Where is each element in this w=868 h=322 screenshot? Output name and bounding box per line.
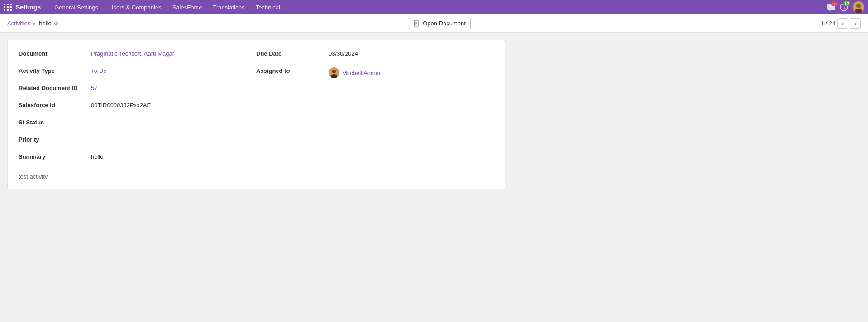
- open-document-button[interactable]: Open Document: [409, 18, 471, 29]
- breadcrumb-bar: Activities ▸ hello ⚙ Open Document 1 / 2…: [0, 14, 868, 33]
- due-date-value: 03/30/2024: [329, 49, 494, 57]
- pagination-display: 1 / 24: [820, 20, 835, 27]
- activity-type-field: Activity Type To-Do: [19, 66, 256, 77]
- notes-section: test activity: [19, 170, 256, 180]
- sf-status-field: Sf Status: [19, 118, 256, 129]
- top-navigation: Settings General Settings Users & Compan…: [0, 0, 868, 14]
- activity-type-label: Activity Type: [19, 66, 91, 74]
- app-title: Settings: [16, 4, 41, 11]
- activity-button[interactable]: 17: [840, 3, 848, 11]
- assigned-to-label: Assigned to: [256, 66, 329, 74]
- open-doc-label: Open Document: [423, 20, 466, 27]
- next-record-button[interactable]: ›: [850, 18, 861, 29]
- salesforce-id-value: 00TIR0000332Pxx2AE: [91, 101, 256, 109]
- breadcrumb-left: Activities ▸ hello ⚙: [7, 20, 59, 27]
- nav-salesforce[interactable]: SalesForce: [168, 2, 207, 13]
- assigned-user: Mitchell Admin: [329, 66, 494, 78]
- right-column: Due Date 03/30/2024 Assigned to: [256, 49, 494, 180]
- summary-label: Summary: [19, 152, 91, 160]
- record-card: Document Pragmatic Techsoft, Aarti Magar…: [7, 40, 505, 189]
- nav-users-companies[interactable]: Users & Companies: [105, 2, 166, 13]
- priority-field: Priority: [19, 135, 256, 146]
- breadcrumb-separator: ▸: [33, 20, 36, 27]
- nav-right: 6 17: [827, 1, 864, 13]
- assigned-user-avatar: [329, 67, 339, 78]
- grid-menu-icon[interactable]: [4, 4, 12, 11]
- salesforce-id-field: Salesforce Id 00TIR0000332Pxx2AE: [19, 101, 256, 112]
- sf-status-value: [91, 118, 256, 119]
- summary-field: Summary hello: [19, 152, 256, 163]
- notes-value: test activity: [19, 173, 48, 180]
- breadcrumb-current: hello ⚙: [39, 20, 58, 27]
- nav-translations[interactable]: Translations: [208, 2, 249, 13]
- priority-value: [91, 135, 256, 136]
- assigned-to-value[interactable]: Mitchell Admin: [342, 70, 380, 76]
- main-content: Document Pragmatic Techsoft, Aarti Magar…: [0, 33, 868, 197]
- chat-badge: 6: [831, 2, 838, 6]
- related-doc-id-value[interactable]: 57: [91, 85, 97, 91]
- left-column: Document Pragmatic Techsoft, Aarti Magar…: [19, 49, 256, 180]
- activity-badge: 17: [843, 1, 850, 6]
- prev-record-button[interactable]: ‹: [837, 18, 848, 29]
- settings-gear-icon[interactable]: ⚙: [53, 20, 59, 27]
- document-value[interactable]: Pragmatic Techsoft, Aarti Magar: [91, 50, 174, 57]
- breadcrumb-current-label: hello: [39, 20, 51, 27]
- priority-label: Priority: [19, 135, 91, 143]
- fields-grid: Document Pragmatic Techsoft, Aarti Magar…: [19, 49, 494, 180]
- svg-point-2: [856, 4, 861, 8]
- summary-value: hello: [91, 152, 256, 160]
- due-date-field: Due Date 03/30/2024: [256, 49, 494, 60]
- user-avatar[interactable]: [853, 1, 864, 13]
- nav-technical[interactable]: Technical: [251, 2, 285, 13]
- nav-general-settings[interactable]: General Settings: [50, 2, 103, 13]
- chat-button[interactable]: 6: [827, 4, 835, 11]
- breadcrumb-right: 1 / 24 ‹ ›: [820, 18, 861, 29]
- sf-status-label: Sf Status: [19, 118, 91, 126]
- assigned-to-field: Assigned to Mitchell Admin: [256, 66, 494, 78]
- breadcrumb-center: Open Document: [409, 18, 471, 29]
- related-doc-id-field: Related Document ID 57: [19, 84, 256, 95]
- activity-type-value[interactable]: To-Do: [91, 67, 107, 74]
- nav-menu: General Settings Users & Companies Sales…: [50, 2, 827, 13]
- document-label: Document: [19, 49, 91, 57]
- breadcrumb-parent[interactable]: Activities: [7, 20, 30, 27]
- related-doc-id-label: Related Document ID: [19, 84, 91, 91]
- due-date-label: Due Date: [256, 49, 329, 57]
- document-field: Document Pragmatic Techsoft, Aarti Magar: [19, 49, 256, 60]
- svg-point-9: [332, 70, 336, 73]
- salesforce-id-label: Salesforce Id: [19, 101, 91, 109]
